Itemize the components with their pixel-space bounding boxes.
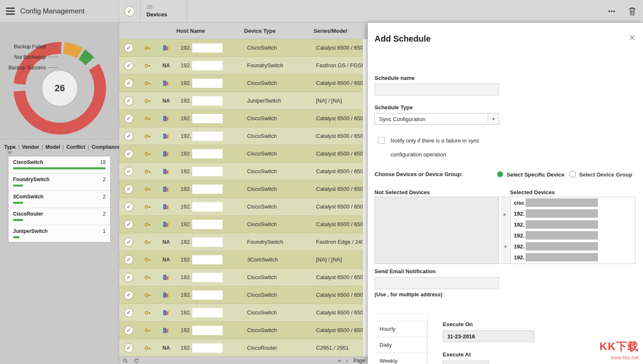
device-type-row[interactable]: FoundrySwitch2 bbox=[8, 174, 110, 191]
watermark-text: KK下载 bbox=[599, 339, 639, 354]
row-check-cell: ✓ bbox=[119, 326, 138, 335]
status-na-text: NA bbox=[162, 257, 170, 262]
row-checkbox[interactable]: ✓ bbox=[124, 149, 133, 158]
not-selected-devices-list[interactable] bbox=[375, 197, 499, 264]
row-status-cell: NA bbox=[157, 63, 175, 68]
row-checkbox[interactable]: ✓ bbox=[124, 326, 133, 335]
device-type-list: CiscoSwitch19FoundrySwitch23ComSwitch2Ci… bbox=[8, 156, 111, 243]
chevron-down-icon[interactable]: ▾ bbox=[488, 113, 499, 124]
row-checkbox[interactable]: ✓ bbox=[124, 220, 133, 229]
row-checkbox[interactable]: ✓ bbox=[124, 308, 133, 317]
hamburger-menu-icon[interactable] bbox=[6, 8, 15, 15]
redacted-device-name bbox=[526, 242, 598, 251]
row-status-cell bbox=[157, 186, 175, 192]
execute-at-input[interactable] bbox=[443, 361, 489, 364]
move-left-button[interactable]: ◂ bbox=[501, 241, 509, 251]
more-actions-button[interactable]: ••• bbox=[608, 8, 616, 15]
delete-icon[interactable] bbox=[628, 7, 636, 16]
row-checkbox[interactable]: ✓ bbox=[124, 114, 133, 123]
row-checkbox[interactable]: ✓ bbox=[124, 61, 133, 70]
select-specific-device-radio[interactable] bbox=[497, 171, 504, 178]
execute-on-date-input[interactable]: 11-23-2016 bbox=[443, 330, 534, 342]
prev-page-button[interactable]: ‹ bbox=[346, 358, 348, 364]
schedule-tab-weekly[interactable]: Weekly bbox=[375, 353, 427, 364]
row-checkbox[interactable]: ✓ bbox=[124, 202, 133, 211]
row-checkbox[interactable]: ✓ bbox=[124, 79, 133, 88]
select-device-group-radio[interactable] bbox=[569, 171, 576, 178]
schedule-type-label: Schedule Type bbox=[375, 104, 413, 111]
host-name-cell: 192. bbox=[175, 132, 243, 141]
credential-key-icon bbox=[144, 256, 151, 263]
first-page-button[interactable]: « bbox=[338, 358, 341, 364]
row-checkbox[interactable]: ✓ bbox=[124, 132, 133, 141]
row-checkbox[interactable]: ✓ bbox=[124, 43, 133, 53]
device-count-number: 26 bbox=[146, 4, 167, 10]
device-type-row[interactable]: CiscoRouter2 bbox=[8, 208, 110, 225]
row-status-cell bbox=[157, 292, 175, 298]
row-checkbox[interactable]: ✓ bbox=[124, 255, 133, 264]
config-status-icon bbox=[163, 116, 169, 121]
device-type-row[interactable]: 3ComSwitch2 bbox=[8, 191, 110, 208]
row-checkbox[interactable]: ✓ bbox=[124, 237, 133, 247]
redacted-host bbox=[192, 237, 223, 247]
device-total-badge: 26 bbox=[42, 71, 77, 106]
search-icon[interactable] bbox=[123, 358, 128, 363]
redacted-host bbox=[192, 290, 223, 300]
sidebar-tab-compliance[interactable]: Compliance bbox=[92, 144, 120, 150]
close-icon[interactable]: × bbox=[629, 32, 635, 43]
schedule-tab-daily[interactable]: Daily bbox=[375, 337, 427, 353]
credential-key-icon bbox=[144, 239, 151, 245]
select-all-checkbox[interactable]: ✓ bbox=[125, 6, 135, 16]
selected-device-prefix: 192. bbox=[514, 211, 524, 217]
selected-device-item[interactable]: 192. bbox=[510, 208, 635, 219]
notify-label-line2: configuration operation bbox=[391, 151, 479, 158]
redacted-host bbox=[192, 79, 223, 88]
host-name-cell: 192. bbox=[175, 273, 243, 282]
selected-device-item[interactable]: 192. bbox=[510, 230, 635, 241]
sidebar-tab-model[interactable]: Model bbox=[45, 144, 60, 150]
refresh-icon[interactable] bbox=[134, 358, 139, 363]
credential-key-icon bbox=[144, 80, 151, 87]
row-check-cell: ✓ bbox=[119, 132, 138, 141]
row-checkbox[interactable]: ✓ bbox=[124, 167, 133, 176]
sidebar-tab-conflict[interactable]: Conflict bbox=[66, 144, 85, 150]
sidebar-tab-vendor[interactable]: Vendor bbox=[22, 144, 39, 150]
device-type-bar bbox=[13, 185, 23, 187]
selected-device-item[interactable]: 192. bbox=[510, 252, 635, 263]
config-status-icon bbox=[163, 274, 169, 280]
selected-device-item[interactable]: cisc bbox=[510, 197, 635, 208]
schedule-type-select[interactable]: Sync Configuration ▾ bbox=[375, 113, 499, 125]
host-name-cell: 192. bbox=[175, 237, 243, 247]
status-na-text: NA bbox=[162, 98, 170, 103]
row-checkbox[interactable]: ✓ bbox=[124, 96, 133, 106]
schedule-tab-hourly[interactable]: Hourly bbox=[375, 321, 427, 337]
row-checkbox[interactable]: ✓ bbox=[124, 273, 133, 282]
device-type-bar bbox=[13, 219, 23, 221]
host-name-cell: 192. bbox=[175, 167, 243, 176]
row-checkbox[interactable]: ✓ bbox=[124, 343, 133, 353]
schedule-name-input[interactable] bbox=[375, 84, 499, 95]
device-type-row[interactable]: JuniperSwitch1 bbox=[8, 225, 110, 242]
row-check-cell: ✓ bbox=[119, 290, 138, 300]
sidebar-tab-type[interactable]: Type bbox=[4, 144, 16, 150]
notify-on-failure-checkbox[interactable] bbox=[378, 137, 385, 144]
device-type-head: 3ComSwitch2 bbox=[13, 194, 106, 200]
device-type-row[interactable]: CiscoSwitch19 bbox=[8, 156, 110, 174]
device-type-cell: CiscoSwitch bbox=[243, 115, 313, 121]
move-right-button[interactable]: ▸ bbox=[501, 209, 509, 219]
host-ip-prefix: 192. bbox=[181, 345, 191, 351]
device-type-count: 2 bbox=[103, 211, 106, 217]
row-checkbox[interactable]: ✓ bbox=[124, 290, 133, 300]
legend-connector bbox=[48, 57, 58, 57]
email-input[interactable] bbox=[375, 277, 499, 289]
row-key-cell bbox=[138, 292, 157, 298]
selected-device-item[interactable]: 192. bbox=[510, 241, 635, 252]
table-scrollbar[interactable] bbox=[363, 39, 368, 356]
selected-device-item[interactable]: 192. bbox=[510, 219, 635, 230]
redacted-host bbox=[192, 308, 223, 317]
legend-label: Not Backedup bbox=[14, 54, 46, 60]
selected-devices-list[interactable]: cisc192.192.192.192.192. bbox=[510, 197, 635, 264]
host-ip-prefix: 192. bbox=[181, 98, 191, 104]
device-selection-row: Choose Devices or Device Group: Select S… bbox=[375, 171, 636, 178]
row-checkbox[interactable]: ✓ bbox=[124, 185, 133, 194]
